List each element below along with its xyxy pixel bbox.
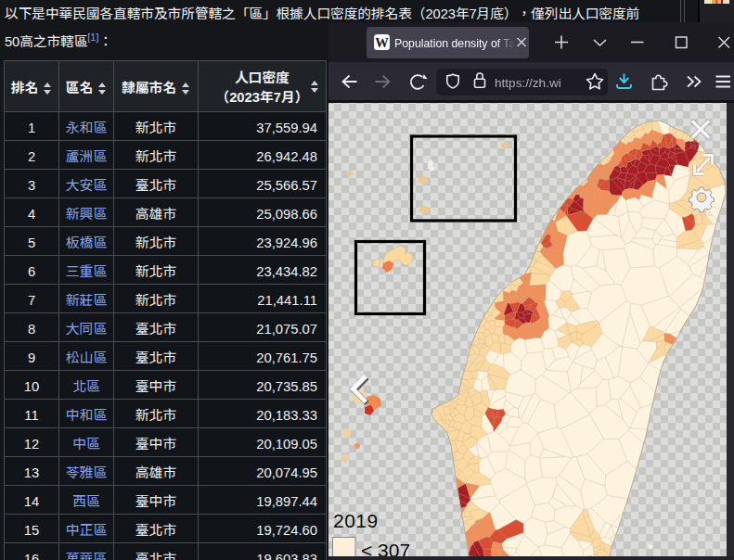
svg-text:W: W (375, 35, 389, 50)
